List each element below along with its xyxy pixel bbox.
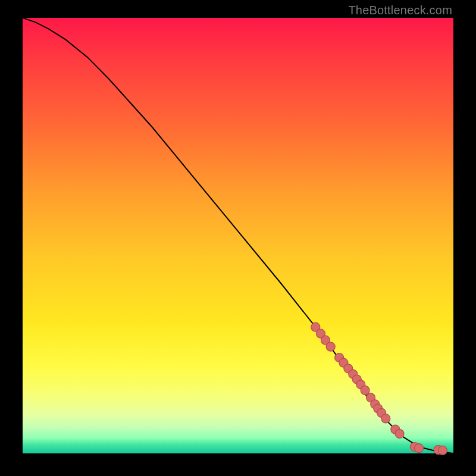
data-point	[438, 446, 447, 455]
data-point	[381, 414, 390, 423]
scatter-points	[311, 322, 447, 455]
attribution-label: TheBottleneck.com	[348, 4, 452, 17]
bottleneck-curve	[23, 18, 453, 453]
chart-frame: TheBottleneck.com	[0, 0, 476, 476]
data-point	[326, 342, 335, 351]
data-point	[415, 444, 424, 453]
chart-overlay	[23, 18, 453, 453]
plot-area	[23, 18, 453, 453]
data-point	[361, 386, 369, 394]
data-point	[395, 430, 404, 439]
